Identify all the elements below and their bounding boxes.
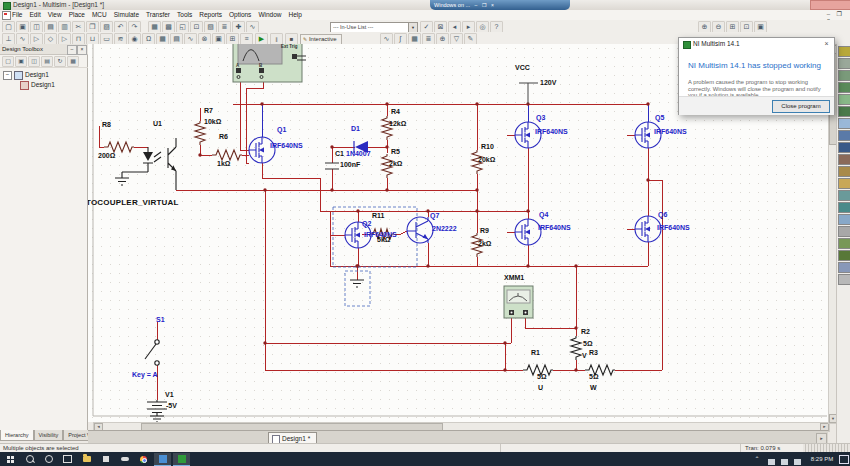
resistor-R6 bbox=[212, 150, 242, 160]
tree-expander-icon[interactable]: − bbox=[3, 71, 12, 80]
sheet-tab-bar: Design1 * ▸ bbox=[88, 430, 828, 444]
load-resistors bbox=[523, 336, 615, 375]
dialog-title-bar[interactable]: NI Multisim 14.1 × bbox=[679, 38, 834, 50]
logic-analyzer-icon[interactable] bbox=[838, 154, 850, 165]
mdi-restore-button[interactable]: ❐ bbox=[835, 10, 844, 17]
file-explorer-button[interactable] bbox=[78, 453, 95, 465]
resistor-R4 bbox=[382, 116, 392, 140]
vm-app-button[interactable] bbox=[154, 453, 171, 466]
chrome-button[interactable] bbox=[135, 453, 152, 465]
network-icon[interactable] bbox=[779, 456, 789, 462]
menu-simulate[interactable]: Simulate bbox=[114, 10, 139, 20]
spectrum-analyzer-icon[interactable] bbox=[838, 190, 850, 201]
clock[interactable]: 8:29 PM bbox=[806, 452, 838, 466]
multimeter-xmm1-icon bbox=[504, 286, 533, 318]
menu-file[interactable]: File bbox=[12, 10, 22, 20]
tray-expand-button[interactable]: ⌃ bbox=[752, 452, 762, 466]
toolbox-refresh-icon[interactable]: ↻ bbox=[54, 56, 66, 67]
cortana-icon bbox=[45, 455, 53, 463]
four-channel-scope-icon[interactable] bbox=[838, 94, 850, 105]
multisim-taskbar-button[interactable] bbox=[173, 453, 190, 466]
mosfets bbox=[249, 122, 661, 248]
mosfet-Q3 bbox=[515, 122, 541, 148]
cortana-button[interactable] bbox=[40, 453, 57, 465]
toolbox-folder-icon[interactable]: ▤ bbox=[41, 56, 53, 67]
interactive-simulation-button[interactable]: ✎ Interactive bbox=[300, 34, 342, 45]
notification-icon bbox=[839, 455, 849, 464]
menu-mcu[interactable]: MCU bbox=[92, 10, 107, 20]
sheet-icon bbox=[20, 81, 29, 90]
function-generator-icon[interactable] bbox=[838, 58, 850, 69]
menu-transfer[interactable]: Transfer bbox=[146, 10, 170, 20]
vm-title-overlay[interactable]: Windows on ... – ❐ × bbox=[430, 0, 570, 10]
mosfet-Q2 bbox=[345, 222, 371, 248]
panel-pin-button[interactable]: – bbox=[67, 45, 77, 55]
iv-analyzer-icon[interactable] bbox=[838, 166, 850, 177]
mosfet-Q4 bbox=[515, 219, 541, 245]
tektronix-scope-icon[interactable] bbox=[838, 250, 850, 261]
tab-hierarchy[interactable]: Hierarchy bbox=[0, 430, 34, 441]
store-icon bbox=[103, 456, 109, 462]
dialog-headline: NI Multisim 14.1 has stopped working bbox=[688, 61, 828, 70]
menu-edit[interactable]: Edit bbox=[29, 10, 40, 20]
diode-D1 bbox=[354, 141, 368, 153]
vm-minimize-button[interactable]: – bbox=[475, 0, 478, 10]
onedrive-button[interactable] bbox=[116, 453, 133, 465]
oscilloscope-icon[interactable] bbox=[838, 82, 850, 93]
chevron-down-icon[interactable]: ▼ bbox=[408, 23, 417, 32]
sheet-tab-label: Design1 * bbox=[282, 435, 310, 442]
panel-close-button[interactable]: × bbox=[77, 45, 87, 55]
tree-child-label: Design1 bbox=[31, 81, 55, 88]
current-probe-icon[interactable] bbox=[838, 274, 850, 285]
vm-restore-button[interactable]: ❐ bbox=[482, 0, 486, 10]
multimeter-icon[interactable] bbox=[838, 46, 850, 57]
dialog-close-button[interactable]: × bbox=[821, 39, 832, 49]
vm-close-button[interactable]: × bbox=[491, 0, 494, 10]
tree-node-design1[interactable]: −Design1 bbox=[3, 70, 49, 79]
resistor-R3 bbox=[585, 365, 615, 375]
logic-converter-icon[interactable] bbox=[838, 142, 850, 153]
agilent-multimeter-icon[interactable] bbox=[838, 226, 850, 237]
agilent-fgen-icon[interactable] bbox=[838, 214, 850, 225]
menu-options[interactable]: Options bbox=[229, 10, 251, 20]
oscilloscope-xsc-icon bbox=[233, 44, 306, 82]
resistor-R9 bbox=[472, 233, 482, 257]
frequency-counter-icon[interactable] bbox=[838, 118, 850, 129]
menu-reports[interactable]: Reports bbox=[199, 10, 222, 20]
menu-tools[interactable]: Tools bbox=[177, 10, 192, 20]
action-center-button[interactable] bbox=[839, 455, 849, 466]
vm-title-text: Windows on ... bbox=[434, 2, 470, 8]
toolbox-open-icon[interactable]: ▣ bbox=[15, 56, 27, 67]
tree-node-design1-sheet[interactable]: Design1 bbox=[20, 80, 55, 89]
bode-plotter-icon[interactable] bbox=[838, 106, 850, 117]
menu-window[interactable]: Window bbox=[258, 10, 281, 20]
task-view-button[interactable] bbox=[59, 453, 76, 465]
mosfet-Q1 bbox=[249, 137, 275, 163]
toolbox-new-icon[interactable]: ▢ bbox=[2, 56, 14, 67]
battery-icon[interactable] bbox=[766, 456, 776, 462]
tab-visibility[interactable]: Visibility bbox=[34, 430, 64, 441]
ground-mid bbox=[350, 280, 364, 287]
word-generator-icon[interactable] bbox=[838, 130, 850, 141]
search-button[interactable] bbox=[21, 453, 38, 465]
store-button[interactable] bbox=[97, 453, 114, 465]
switch-S1 bbox=[145, 340, 159, 365]
toolbox-save-icon[interactable]: ◫ bbox=[28, 56, 40, 67]
volume-icon[interactable] bbox=[792, 456, 802, 462]
menu-view[interactable]: View bbox=[48, 10, 62, 20]
wattmeter-icon[interactable] bbox=[838, 70, 850, 81]
start-button[interactable] bbox=[2, 453, 19, 465]
menu-place[interactable]: Place bbox=[69, 10, 85, 20]
labview-instrument-icon[interactable] bbox=[838, 262, 850, 273]
menu-help[interactable]: Help bbox=[289, 10, 302, 20]
vm-host-close-area[interactable] bbox=[810, 0, 850, 10]
toolbox-view-icon[interactable]: ▦ bbox=[67, 56, 79, 67]
resistor-R5 bbox=[382, 154, 392, 178]
mosfet-Q6 bbox=[635, 216, 661, 242]
resistor-R1 bbox=[523, 365, 553, 375]
agilent-scope-icon[interactable] bbox=[838, 238, 850, 249]
close-program-button[interactable]: Close program bbox=[772, 100, 830, 113]
folder-icon bbox=[83, 456, 91, 462]
network-analyzer-icon[interactable] bbox=[838, 202, 850, 213]
distortion-analyzer-icon[interactable] bbox=[838, 178, 850, 189]
